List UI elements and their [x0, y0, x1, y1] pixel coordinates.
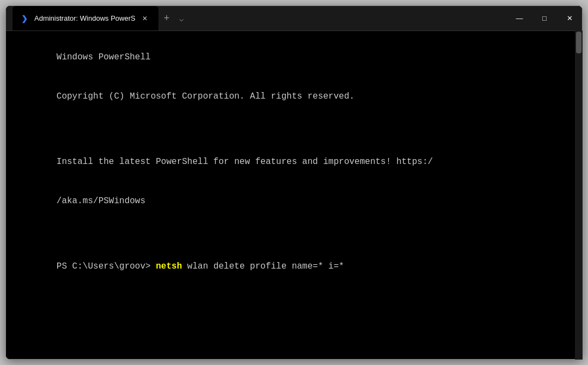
line-install-1: Install the latest PowerShell for new fe… [57, 157, 433, 167]
tab-dropdown-button[interactable]: ⌵ [175, 6, 188, 31]
new-tab-button[interactable]: + [158, 6, 175, 31]
maximize-button[interactable]: □ [532, 6, 557, 31]
scrollbar-thumb[interactable] [576, 32, 581, 53]
terminal-output: Windows PowerShell Copyright (C) Microso… [15, 38, 573, 286]
scrollbar-track[interactable] [575, 31, 583, 360]
line-install-2: /aka.ms/PSWindows [57, 196, 145, 206]
terminal-body[interactable]: Windows PowerShell Copyright (C) Microso… [6, 31, 582, 359]
minimize-button[interactable]: — [507, 6, 532, 31]
titlebar: ❯ Administrator: Windows PowerS ✕ + ⌵ — … [6, 6, 582, 31]
prompt-text: PS C:\Users\groov> [57, 261, 156, 271]
powershell-window: ❯ Administrator: Windows PowerS ✕ + ⌵ — … [5, 5, 583, 360]
close-button[interactable]: ✕ [557, 6, 582, 31]
line-copyright: Copyright (C) Microsoft Corporation. All… [57, 92, 354, 101]
command-args: wlan delete profile name=* i=* [182, 261, 344, 271]
powershell-icon: ❯ [21, 14, 30, 23]
tab-close-button[interactable]: ✕ [140, 14, 150, 23]
tab-area: ❯ Administrator: Windows PowerS ✕ + ⌵ [13, 6, 507, 31]
window-controls: — □ ✕ [507, 6, 582, 31]
line-powershell-title: Windows PowerShell [57, 52, 151, 62]
command-netsh: netsh [156, 261, 182, 271]
tab-title: Administrator: Windows PowerS [34, 14, 136, 22]
active-tab[interactable]: ❯ Administrator: Windows PowerS ✕ [13, 6, 158, 31]
